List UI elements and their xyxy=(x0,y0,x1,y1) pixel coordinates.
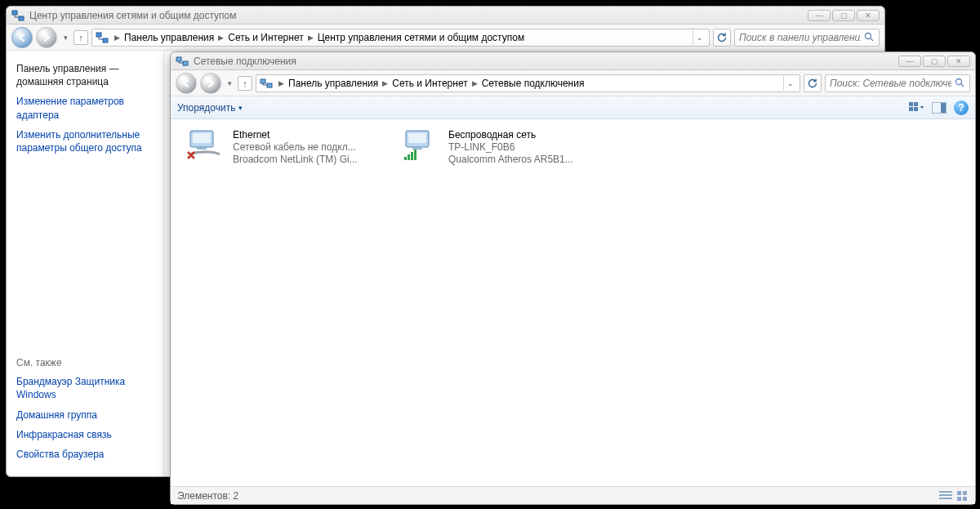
close-button[interactable]: ✕ xyxy=(857,10,880,21)
breadcrumb-sep-icon: ▶ xyxy=(112,33,122,42)
close-button[interactable]: ✕ xyxy=(947,56,970,67)
history-dropdown[interactable]: ▾ xyxy=(60,33,70,42)
history-dropdown[interactable]: ▾ xyxy=(225,79,234,87)
window-title: Сетевые подключения xyxy=(194,56,898,67)
view-details-icon[interactable] xyxy=(939,491,952,501)
search-box[interactable] xyxy=(825,74,970,92)
connection-name: Беспроводная сеть xyxy=(448,129,573,141)
svg-rect-30 xyxy=(963,491,967,495)
connection-device: Broadcom NetLink (TM) Gi... xyxy=(233,154,358,165)
svg-rect-17 xyxy=(193,133,211,143)
maximize-button[interactable]: ▢ xyxy=(923,56,946,67)
address-bar[interactable]: ▶ Панель управления ▶ Сеть и Интернет ▶ … xyxy=(256,74,800,92)
search-input[interactable] xyxy=(739,32,861,43)
search-icon xyxy=(955,78,965,88)
breadcrumb-item[interactable]: Панель управления xyxy=(287,78,380,89)
nav-bar: ▾ ↑ ▶ Панель управления ▶ Сеть и Интерне… xyxy=(171,70,975,96)
sidebar-link-infrared[interactable]: Инфракрасная связь xyxy=(16,428,154,441)
status-bar: Элементов: 2 xyxy=(171,486,975,504)
breadcrumb-sep-icon: ▶ xyxy=(305,33,316,42)
breadcrumb-item[interactable]: Центр управления сетями и общим доступом xyxy=(316,32,527,43)
search-input[interactable] xyxy=(830,78,951,89)
connection-device: Qualcomm Atheros AR5B1... xyxy=(448,154,573,165)
search-icon xyxy=(864,32,875,42)
view-icons-icon[interactable] xyxy=(957,491,969,501)
svg-rect-24 xyxy=(411,152,413,160)
minimize-button[interactable]: — xyxy=(898,56,921,67)
breadcrumb-item[interactable]: Панель управления xyxy=(122,32,216,43)
svg-rect-2 xyxy=(96,33,101,37)
view-options-button[interactable] xyxy=(908,100,924,115)
svg-rect-31 xyxy=(957,497,961,501)
organize-button[interactable]: Упорядочить ▾ xyxy=(177,102,243,114)
app-icon xyxy=(176,55,189,68)
window-network-connections: Сетевые подключения — ▢ ✕ ▾ ↑ ▶ Панель у… xyxy=(170,51,976,505)
app-icon xyxy=(11,9,24,22)
address-bar[interactable]: ▶ Панель управления ▶ Сеть и Интернет ▶ … xyxy=(91,29,710,47)
preview-pane-button[interactable] xyxy=(931,100,947,115)
ethernet-icon xyxy=(185,129,225,162)
titlebar[interactable]: Центр управления сетями и общим доступом… xyxy=(7,7,884,25)
svg-rect-21 xyxy=(412,147,422,150)
svg-rect-18 xyxy=(197,147,207,150)
svg-rect-15 xyxy=(941,103,946,113)
forward-button[interactable] xyxy=(36,27,57,48)
refresh-button[interactable] xyxy=(804,74,822,92)
refresh-button[interactable] xyxy=(713,29,731,47)
nav-bar: ▾ ↑ ▶ Панель управления ▶ Сеть и Интерне… xyxy=(7,25,884,51)
breadcrumb-sep-icon: ▶ xyxy=(380,79,390,87)
breadcrumb-sep-icon: ▶ xyxy=(216,33,226,42)
see-also-label: См. также xyxy=(16,357,154,368)
up-button[interactable]: ↑ xyxy=(238,76,252,91)
svg-rect-22 xyxy=(404,157,407,160)
svg-rect-23 xyxy=(408,154,410,160)
svg-rect-27 xyxy=(939,494,952,496)
sidebar-home-link[interactable]: Панель управления — домашняя страница xyxy=(16,62,154,88)
svg-rect-20 xyxy=(408,133,426,143)
connection-list: Ethernet Сетевой кабель не подкл... Broa… xyxy=(171,119,975,486)
forward-button[interactable] xyxy=(200,73,221,94)
item-count: Элементов: 2 xyxy=(177,490,238,502)
svg-point-4 xyxy=(866,33,871,39)
breadcrumb-item[interactable]: Сеть и Интернет xyxy=(390,78,469,89)
location-icon xyxy=(260,77,273,90)
svg-rect-13 xyxy=(914,107,918,111)
sidebar-link-browser-properties[interactable]: Свойства браузера xyxy=(16,448,154,461)
connection-status: Сетевой кабель не подкл... xyxy=(233,141,358,153)
svg-rect-11 xyxy=(914,102,918,106)
svg-rect-7 xyxy=(261,79,265,83)
location-icon xyxy=(96,31,109,44)
svg-rect-0 xyxy=(12,11,17,15)
svg-rect-25 xyxy=(414,150,416,160)
titlebar[interactable]: Сетевые подключения — ▢ ✕ xyxy=(171,52,975,70)
sidebar-link-adapter-settings[interactable]: Изменение параметров адаптера xyxy=(16,95,154,121)
svg-rect-5 xyxy=(176,57,181,61)
connection-name: Ethernet xyxy=(233,129,358,141)
svg-rect-10 xyxy=(909,102,913,106)
sidebar-link-advanced-sharing[interactable]: Изменить дополнительные параметры общего… xyxy=(16,128,154,154)
connection-ssid: TP-LINK_F0B6 xyxy=(448,141,573,153)
minimize-button[interactable]: — xyxy=(808,10,831,21)
address-dropdown[interactable]: ⌄ xyxy=(783,76,796,91)
svg-rect-28 xyxy=(939,498,952,499)
up-button[interactable]: ↑ xyxy=(74,30,88,45)
sidebar-link-firewall[interactable]: Брандмауэр Защитника Windows xyxy=(16,375,154,401)
breadcrumb-sep-icon: ▶ xyxy=(276,79,287,87)
connection-item-ethernet[interactable]: Ethernet Сетевой кабель не подкл... Broa… xyxy=(185,129,381,165)
connection-item-wireless[interactable]: Беспроводная сеть TP-LINK_F0B6 Qualcomm … xyxy=(401,129,597,165)
breadcrumb-item[interactable]: Сетевые подключения xyxy=(480,78,586,89)
search-box[interactable] xyxy=(734,29,880,47)
help-button[interactable]: ? xyxy=(954,100,969,115)
svg-point-9 xyxy=(956,79,962,85)
toolbar: Упорядочить ▾ ? xyxy=(171,96,975,119)
maximize-button[interactable]: ▢ xyxy=(832,10,855,21)
back-button[interactable] xyxy=(176,73,197,94)
sidebar: Панель управления — домашняя страница Из… xyxy=(7,51,164,476)
breadcrumb-item[interactable]: Сеть и Интернет xyxy=(226,32,305,43)
address-dropdown[interactable]: ⌄ xyxy=(693,30,706,45)
window-title: Центр управления сетями и общим доступом xyxy=(29,10,808,21)
back-button[interactable] xyxy=(11,27,33,48)
svg-rect-32 xyxy=(963,497,967,501)
sidebar-link-homegroup[interactable]: Домашняя группа xyxy=(16,409,154,422)
chevron-down-icon: ▾ xyxy=(238,104,243,112)
